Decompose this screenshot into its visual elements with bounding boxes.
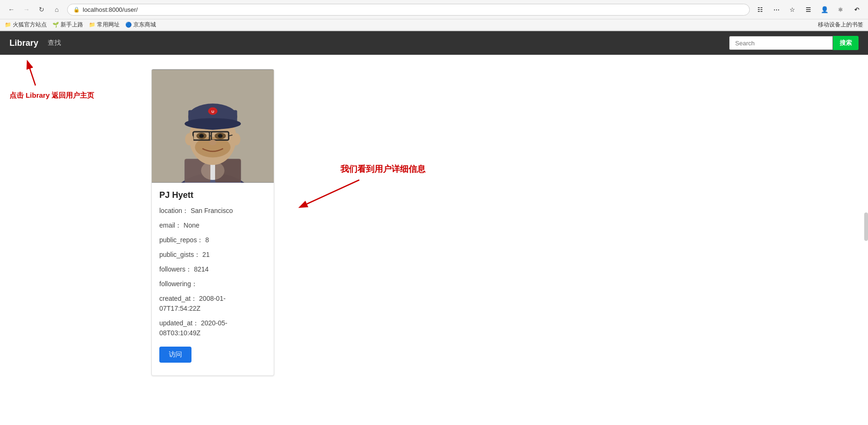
followers-value: 8214 bbox=[194, 265, 208, 273]
user-public-gists: public_gists： 21 bbox=[159, 250, 266, 260]
user-avatar: U bbox=[152, 69, 274, 183]
user-public-repos: public_repos： 8 bbox=[159, 235, 266, 245]
right-annotation-text: 我们看到用户详细信息 bbox=[340, 163, 425, 175]
location-label: location： bbox=[159, 207, 189, 214]
address-bar-container[interactable]: 🔒 bbox=[67, 4, 750, 16]
more-button[interactable]: ⋯ bbox=[770, 3, 783, 16]
bookmark-firefox[interactable]: 📁 火狐官方站点 bbox=[5, 21, 47, 29]
sidebar-button[interactable]: ☰ bbox=[802, 3, 815, 16]
svg-text:U: U bbox=[211, 110, 214, 114]
public-repos-label: public_repos： bbox=[159, 236, 203, 244]
browser-toolbar: ← → ↻ ⌂ 🔒 ☷ ⋯ ☆ ☰ 👤 ⚛ ↶ bbox=[0, 0, 868, 19]
lock-icon: 🔒 bbox=[73, 7, 80, 13]
user-followers: followers： 8214 bbox=[159, 264, 266, 274]
svg-line-3 bbox=[303, 180, 359, 206]
browser-chrome: ← → ↻ ⌂ 🔒 ☷ ⋯ ☆ ☰ 👤 ⚛ ↶ 📁 火狐官方站点 🌱 新手上路 bbox=[0, 0, 868, 31]
svg-point-24 bbox=[209, 140, 217, 145]
bookmark-label: 火狐官方站点 bbox=[13, 21, 47, 29]
bookmark-common[interactable]: 📁 常用网址 bbox=[89, 21, 120, 29]
browser-actions: ☷ ⋯ ☆ ☰ 👤 ⚛ ↶ bbox=[754, 3, 863, 16]
right-annotation-area: 我们看到用户详细信息 bbox=[340, 163, 425, 189]
arrow-up-icon bbox=[24, 60, 47, 88]
public-gists-label: public_gists： bbox=[159, 251, 200, 258]
bookmark-button[interactable]: ☆ bbox=[786, 3, 799, 16]
user-name: PJ Hyett bbox=[159, 190, 266, 200]
user-created-at: created_at： 2008-01-07T17:54:22Z bbox=[159, 294, 266, 314]
avatar-svg: U bbox=[152, 69, 274, 183]
bookmark-newbie[interactable]: 🌱 新手上路 bbox=[52, 21, 83, 29]
nav-buttons: ← → ↻ ⌂ bbox=[5, 3, 63, 16]
main-content: 点击 Library 返回用户主页 我们看到用户详细信息 bbox=[0, 55, 868, 385]
visit-button[interactable]: 访问 bbox=[159, 347, 191, 363]
bookmark-jd[interactable]: 🔵 京东商城 bbox=[125, 21, 156, 29]
search-input[interactable] bbox=[729, 36, 833, 50]
home-button[interactable]: ⌂ bbox=[50, 3, 63, 16]
bookmark-label: 新手上路 bbox=[61, 21, 83, 29]
user-info: PJ Hyett location： San Francisco email： … bbox=[152, 183, 274, 370]
nav-link-search[interactable]: 查找 bbox=[48, 39, 61, 47]
bookmark-label: 京东商城 bbox=[133, 21, 156, 29]
followering-label: followering： bbox=[159, 280, 198, 288]
public-repos-value: 8 bbox=[205, 236, 209, 244]
mobile-bookmarks: 移动设备上的书签 bbox=[818, 21, 863, 29]
bookmark-leaf-icon: 🌱 bbox=[52, 22, 59, 28]
profile-button[interactable]: 👤 bbox=[818, 3, 831, 16]
svg-point-27 bbox=[184, 118, 241, 129]
svg-point-31 bbox=[232, 133, 241, 145]
arrow-down-left-icon bbox=[293, 178, 369, 215]
email-value: None bbox=[183, 221, 199, 229]
svg-point-22 bbox=[199, 134, 204, 138]
created-at-label: created_at： bbox=[159, 295, 197, 302]
location-value: San Francisco bbox=[191, 207, 233, 214]
updated-at-label: updated_at： bbox=[159, 319, 199, 327]
refresh-button[interactable]: ↻ bbox=[35, 3, 48, 16]
undo-button[interactable]: ↶ bbox=[850, 3, 863, 16]
left-annotation-text: 点击 Library 返回用户主页 bbox=[9, 90, 94, 101]
extensions-button[interactable]: ☷ bbox=[754, 3, 767, 16]
user-updated-at: updated_at： 2020-05-08T03:10:49Z bbox=[159, 318, 266, 338]
back-button[interactable]: ← bbox=[5, 3, 18, 16]
user-email: email： None bbox=[159, 221, 266, 230]
bookmark-label: 常用网址 bbox=[97, 21, 120, 29]
public-gists-value: 21 bbox=[202, 251, 210, 258]
search-container: 搜索 bbox=[729, 36, 859, 50]
user-followering: followering： bbox=[159, 279, 266, 289]
bookmarks-bar: 📁 火狐官方站点 🌱 新手上路 📁 常用网址 🔵 京东商城 移动设备上的书签 bbox=[0, 19, 868, 31]
svg-line-1 bbox=[28, 64, 35, 85]
svg-point-23 bbox=[218, 134, 223, 138]
bookmark-circle-icon: 🔵 bbox=[125, 22, 132, 28]
addons-button[interactable]: ⚛ bbox=[834, 3, 847, 16]
scrollbar[interactable] bbox=[864, 212, 868, 241]
bookmark-folder2-icon: 📁 bbox=[89, 22, 95, 28]
bookmark-folder-icon: 📁 bbox=[5, 22, 11, 28]
email-label: email： bbox=[159, 221, 182, 229]
forward-button[interactable]: → bbox=[20, 3, 33, 16]
address-bar[interactable] bbox=[83, 6, 744, 13]
search-button[interactable]: 搜索 bbox=[833, 36, 859, 50]
app-header: Library 查找 搜索 bbox=[0, 31, 868, 55]
svg-point-30 bbox=[185, 133, 193, 145]
user-card: U PJ Hyett location： San Francisco email… bbox=[151, 69, 274, 376]
followers-label: followers： bbox=[159, 265, 192, 273]
logo-link[interactable]: Library bbox=[9, 38, 38, 48]
user-location: location： San Francisco bbox=[159, 206, 266, 216]
left-annotation-area: 点击 Library 返回用户主页 bbox=[9, 64, 94, 101]
